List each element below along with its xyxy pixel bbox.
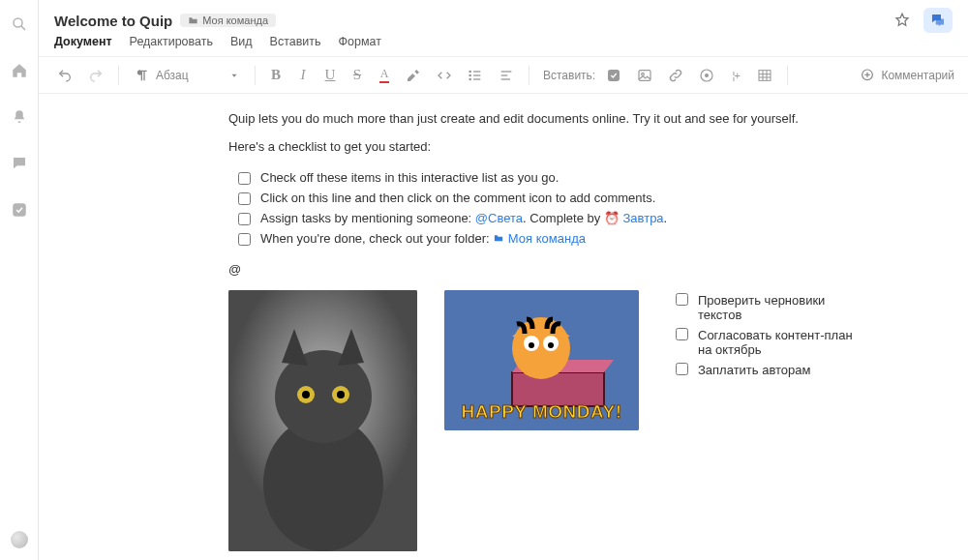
toolbar: Абзац B I U S A Вставить: ¦+ Комме [39,56,968,94]
side-checklist: Проверить черновики текстов Согласовать … [676,290,869,380]
insert-mention-icon[interactable] [694,64,719,87]
svg-point-39 [548,342,554,348]
checkbox[interactable] [238,233,251,246]
image-caption: HAPPY MONDAY! [444,401,639,423]
svg-point-31 [302,391,310,398]
checkbox[interactable] [238,192,251,205]
svg-point-28 [275,350,372,443]
menu-insert[interactable]: Вставить [270,35,321,48]
home-icon[interactable] [6,58,33,83]
svg-point-6 [469,71,470,72]
checklist-item[interactable]: Click on this line and then click on the… [228,188,968,208]
folder-chip-label: Моя команда [202,15,268,26]
at-symbol[interactable]: @ [228,262,968,277]
checklist-text: Click on this line and then click on the… [260,191,655,205]
menu-view[interactable]: Вид [230,35,253,48]
svg-point-0 [14,18,22,27]
menu-edit[interactable]: Редактировать [130,35,213,48]
checkbox[interactable] [238,213,251,225]
redo-icon[interactable] [83,64,108,87]
highlight-button[interactable] [401,64,426,87]
svg-point-14 [642,73,645,75]
svg-point-7 [469,74,470,75]
image-gallery: HAPPY MONDAY! Проверить черновики тексто… [228,290,968,551]
checkbox[interactable] [676,328,688,340]
title-bar: Welcome to Quip Моя команда [39,0,968,35]
svg-point-8 [469,78,470,79]
text-color-button[interactable]: A [374,63,395,87]
side-task-text: Согласовать контент-план на октябрь [698,328,869,357]
checkbox[interactable] [676,363,688,375]
page-title: Welcome to Quip [54,13,172,29]
date-mention[interactable]: ⏰ Завтра [604,211,664,225]
list-button[interactable] [463,64,488,87]
menubar: Документ Редактировать Вид Вставить Форм… [39,35,968,56]
folder-chip[interactable]: Моя команда [180,14,276,27]
tasks-icon[interactable] [6,197,33,222]
side-checklist-item[interactable]: Заплатить авторам [676,360,869,380]
side-task-text: Заплатить авторам [698,363,811,377]
star-icon[interactable] [889,8,916,33]
underline-button[interactable]: U [319,63,341,87]
search-icon[interactable] [6,12,33,37]
side-checklist-item[interactable]: Проверить черновики текстов [676,290,869,325]
svg-point-38 [529,342,534,348]
insert-more-icon[interactable]: ¦+ [725,66,746,85]
insert-link-icon[interactable] [663,64,688,87]
comment-label: Комментарий [881,69,954,82]
strike-button[interactable]: S [347,63,368,87]
svg-rect-2 [13,203,26,217]
svg-rect-12 [608,70,620,81]
italic-button[interactable]: I [292,63,314,87]
checklist-text: Assign tasks by mentioning someone: @Све… [260,211,667,225]
insert-table-icon[interactable] [752,64,777,87]
side-checklist-item[interactable]: Согласовать контент-план на октябрь [676,325,869,360]
checklist-heading[interactable]: Here's a checklist to get you started: [228,139,906,154]
mention[interactable]: @Света [475,211,523,225]
avatar[interactable] [11,531,28,548]
chat-icon[interactable] [6,151,33,176]
checkbox[interactable] [676,293,688,306]
insert-checkbox-icon[interactable] [601,64,626,87]
bell-icon[interactable] [6,104,33,130]
image-cat[interactable] [228,290,417,551]
comment-button[interactable]: Комментарий [860,68,954,83]
intro-text[interactable]: Quip lets you do much more than just cre… [228,111,906,126]
align-button[interactable] [494,64,519,87]
svg-line-1 [20,26,24,30]
checklist-text: Check off these items in this interactiv… [260,170,559,185]
side-task-text: Проверить черновики текстов [698,293,869,322]
svg-point-16 [705,74,709,77]
document-body[interactable]: Quip lets you do much more than just cre… [39,94,968,560]
checkbox[interactable] [238,172,251,185]
checklist-item[interactable]: When you're done, check out your folder:… [228,228,968,249]
insert-label: Вставить: [543,69,595,82]
svg-rect-13 [639,70,650,80]
left-rail [0,0,39,560]
undo-icon[interactable] [52,64,77,87]
bold-button[interactable]: B [265,63,287,87]
insert-image-icon[interactable] [632,64,657,87]
svg-rect-17 [759,70,771,80]
checklist-text: When you're done, check out your folder:… [260,231,586,246]
menu-format[interactable]: Формат [339,35,381,48]
paragraph-style-label: Абзац [156,69,189,82]
checklist: Check off these items in this interactiv… [228,167,968,249]
code-button[interactable] [432,64,457,87]
image-garfield[interactable]: HAPPY MONDAY! [444,290,639,430]
checklist-item[interactable]: Assign tasks by mentioning someone: @Све… [228,208,968,228]
paragraph-style-select[interactable]: Абзац [129,66,245,85]
svg-point-32 [337,391,345,398]
folder-link[interactable]: Моя команда [493,231,586,246]
menu-document[interactable]: Документ [54,35,112,48]
conversation-icon[interactable] [923,8,953,33]
checklist-item[interactable]: Check off these items in this interactiv… [228,167,968,188]
